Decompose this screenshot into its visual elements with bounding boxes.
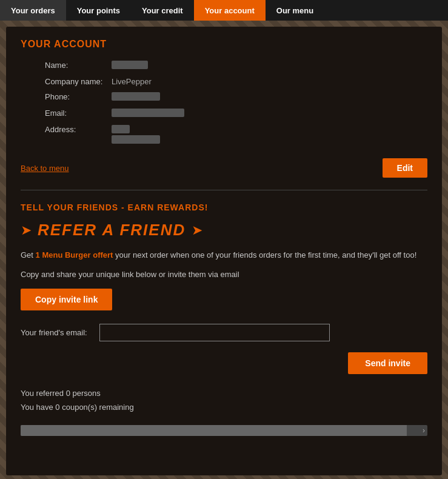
name-row: Name: (45, 61, 427, 71)
nav-item-account[interactable]: Your account (194, 0, 266, 21)
phone-label: Phone: (45, 92, 112, 101)
refer-heading-text: REFER A FRIEND (38, 221, 186, 240)
nav-item-orders[interactable]: Your orders (0, 0, 66, 21)
email-label: Email: (45, 109, 112, 118)
email-value (112, 109, 184, 119)
progress-bar-container: › (21, 425, 427, 436)
refer-description: Get 1 Menu Burger offert your next order… (21, 249, 427, 261)
name-value (112, 61, 148, 71)
phone-value (112, 92, 160, 102)
refer-desc-prefix: Get (21, 250, 36, 260)
phone-row: Phone: (45, 92, 427, 102)
name-label: Name: (45, 61, 112, 70)
progress-bar-arrow-icon: › (423, 426, 425, 435)
account-section-title: YOUR ACCOUNT (21, 39, 427, 50)
arrow-right-icon: ➤ (192, 223, 202, 238)
stat-coupons: You have 0 coupon(s) remaining (21, 400, 427, 414)
nav-item-menu[interactable]: Our menu (266, 0, 324, 21)
address-label: Address: (45, 125, 112, 134)
company-row: Company name: LivePepper (45, 77, 427, 86)
back-to-menu-link[interactable]: Back to menu (21, 164, 69, 173)
address-value (112, 125, 160, 144)
account-fields: Name: Company name: LivePepper Phone: Em… (45, 61, 427, 144)
edit-button[interactable]: Edit (383, 158, 427, 178)
address-row: Address: (45, 125, 427, 144)
email-invite-row: Your friend's email: (21, 324, 427, 341)
stat-referred: You referred 0 persons (21, 386, 427, 400)
phone-blur (112, 92, 160, 101)
email-blur (112, 109, 184, 117)
nav-item-credit[interactable]: Your credit (131, 0, 194, 21)
friend-email-input[interactable] (99, 324, 330, 341)
arrow-left-icon: ➤ (21, 223, 32, 238)
section-divider (21, 190, 427, 190)
company-value: LivePepper (112, 77, 152, 86)
friend-email-label: Your friend's email: (21, 328, 93, 337)
send-invite-button[interactable]: Send invite (348, 352, 427, 374)
send-invite-row: Send invite (21, 352, 427, 374)
refer-section-title: TELL YOUR FRIENDS - EARN REWARDS! (21, 203, 427, 212)
refer-subtext: Copy and share your unique link below or… (21, 270, 427, 279)
main-container: YOUR ACCOUNT Name: Company name: LivePep… (6, 27, 442, 475)
name-blur (112, 61, 148, 69)
account-footer: Back to menu Edit (21, 158, 427, 178)
address-blur-1 (112, 125, 130, 133)
refer-desc-bold: 1 Menu Burger offert (36, 250, 113, 260)
copy-invite-link-button[interactable]: Copy invite link (21, 289, 112, 310)
nav-bar: Your orders Your points Your credit Your… (0, 0, 448, 21)
address-blur-2 (112, 135, 160, 144)
email-row: Email: (45, 109, 427, 119)
refer-stats: You referred 0 persons You have 0 coupon… (21, 386, 427, 415)
progress-bar-fill (21, 425, 407, 436)
refer-heading: ➤ REFER A FRIEND ➤ (21, 221, 427, 240)
refer-desc-suffix: your next order when one of your friends… (113, 250, 416, 260)
company-label: Company name: (45, 77, 112, 86)
nav-item-points[interactable]: Your points (66, 0, 131, 21)
